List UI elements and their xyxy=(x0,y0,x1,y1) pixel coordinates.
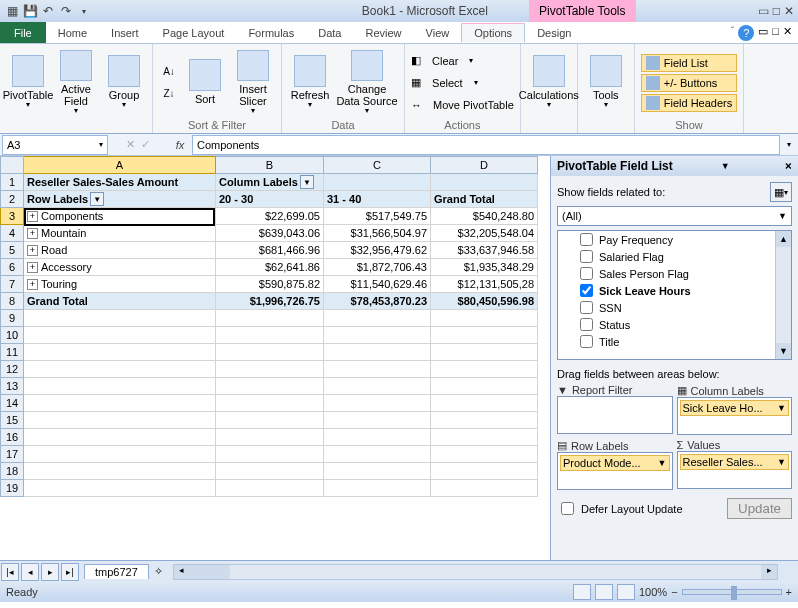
cell[interactable] xyxy=(216,378,324,395)
field-checkbox[interactable] xyxy=(580,233,593,246)
cell[interactable] xyxy=(324,310,431,327)
col-header-b[interactable]: B xyxy=(216,156,324,174)
row-header[interactable]: 6 xyxy=(0,259,24,276)
cell[interactable]: +Road xyxy=(24,242,216,259)
cell[interactable]: $78,453,870.23 xyxy=(324,293,431,310)
tab-nav-first[interactable]: |◂ xyxy=(1,563,19,581)
field-list[interactable]: Pay FrequencySalaried FlagSales Person F… xyxy=(557,230,792,360)
cell[interactable]: $62,641.86 xyxy=(216,259,324,276)
cell[interactable] xyxy=(431,412,538,429)
field-item[interactable]: Sales Person Flag xyxy=(558,265,775,282)
expand-icon[interactable]: + xyxy=(27,245,38,256)
cell[interactable] xyxy=(216,344,324,361)
cell[interactable]: $1,872,706.43 xyxy=(324,259,431,276)
field-item[interactable]: Pay Frequency xyxy=(558,231,775,248)
cell[interactable] xyxy=(431,463,538,480)
tools-button[interactable]: Tools▾ xyxy=(584,50,628,116)
cell[interactable]: Column Labels▼ xyxy=(216,174,324,191)
row-header[interactable]: 18 xyxy=(0,463,24,480)
cell[interactable]: $540,248.80 xyxy=(431,208,538,225)
tab-options[interactable]: Options xyxy=(461,23,525,42)
field-checkbox[interactable] xyxy=(580,284,593,297)
minimize-ribbon-icon[interactable]: ˇ xyxy=(731,25,735,41)
row-header[interactable]: 14 xyxy=(0,395,24,412)
clear-button[interactable]: ◧ Clear ▾ xyxy=(411,51,514,71)
tab-page-layout[interactable]: Page Layout xyxy=(151,24,237,42)
cell[interactable]: +Accessory xyxy=(24,259,216,276)
chip-values[interactable]: Reseller Sales...▼ xyxy=(680,454,790,470)
cell[interactable] xyxy=(24,463,216,480)
cell[interactable] xyxy=(324,344,431,361)
cell[interactable]: Reseller Sales-Sales Amount xyxy=(24,174,216,191)
close-icon[interactable]: ✕ xyxy=(784,4,794,18)
plus-minus-buttons-toggle[interactable]: +/- Buttons xyxy=(641,74,737,92)
pane-close-icon[interactable]: × xyxy=(778,159,792,173)
cell[interactable] xyxy=(431,480,538,497)
cell[interactable] xyxy=(324,480,431,497)
field-list-scrollbar[interactable]: ▲ ▼ xyxy=(775,231,791,359)
tab-review[interactable]: Review xyxy=(353,24,413,42)
cell[interactable]: +Touring xyxy=(24,276,216,293)
cell[interactable] xyxy=(24,480,216,497)
cell[interactable]: Row Labels▼ xyxy=(24,191,216,208)
row-header[interactable]: 5 xyxy=(0,242,24,259)
field-item[interactable]: Title xyxy=(558,333,775,350)
row-header[interactable]: 11 xyxy=(0,344,24,361)
wb-close-icon[interactable]: ✕ xyxy=(783,25,792,41)
row-header[interactable]: 7 xyxy=(0,276,24,293)
minimize-icon[interactable]: ▭ xyxy=(758,4,769,18)
cell[interactable] xyxy=(216,310,324,327)
pivottable-button[interactable]: PivotTable▾ xyxy=(6,50,50,116)
field-item[interactable]: Salaried Flag xyxy=(558,248,775,265)
row-header[interactable]: 10 xyxy=(0,327,24,344)
column-labels-filter[interactable]: ▼ xyxy=(300,175,314,189)
cell[interactable] xyxy=(24,361,216,378)
scroll-up-icon[interactable]: ▲ xyxy=(776,231,791,247)
file-tab[interactable]: File xyxy=(0,22,46,43)
cell[interactable]: $639,043.06 xyxy=(216,225,324,242)
cell[interactable]: Grand Total xyxy=(431,191,538,208)
cell[interactable]: +Mountain xyxy=(24,225,216,242)
cell[interactable] xyxy=(431,344,538,361)
col-header-d[interactable]: D xyxy=(431,156,538,174)
horizontal-scrollbar[interactable]: ◂▸ xyxy=(173,564,778,580)
insert-slicer-button[interactable]: Insert Slicer▾ xyxy=(231,50,275,116)
cell[interactable] xyxy=(431,446,538,463)
cell[interactable]: $33,637,946.58 xyxy=(431,242,538,259)
cell[interactable] xyxy=(24,310,216,327)
col-header-c[interactable]: C xyxy=(324,156,431,174)
report-filter-area[interactable] xyxy=(557,396,673,434)
redo-icon[interactable]: ↷ xyxy=(58,3,74,19)
row-header[interactable]: 16 xyxy=(0,429,24,446)
move-pivottable-button[interactable]: ↔ Move PivotTable xyxy=(411,95,514,115)
field-item[interactable]: Status xyxy=(558,316,775,333)
cell[interactable] xyxy=(431,429,538,446)
change-data-source-button[interactable]: Change Data Source▾ xyxy=(336,50,398,116)
field-checkbox[interactable] xyxy=(580,267,593,280)
tab-nav-next[interactable]: ▸ xyxy=(41,563,59,581)
cell[interactable] xyxy=(324,463,431,480)
tab-view[interactable]: View xyxy=(414,24,462,42)
cell[interactable]: 31 - 40 xyxy=(324,191,431,208)
layout-options-button[interactable]: ▦▾ xyxy=(770,182,792,202)
cell[interactable] xyxy=(431,361,538,378)
expand-formula-bar-icon[interactable]: ▾ xyxy=(780,140,798,149)
calculations-button[interactable]: Calculations▾ xyxy=(527,50,571,116)
field-checkbox[interactable] xyxy=(580,318,593,331)
related-dropdown[interactable]: (All)▼ xyxy=(557,206,792,226)
cell[interactable]: 20 - 30 xyxy=(216,191,324,208)
fx-icon[interactable]: fx xyxy=(168,139,192,151)
row-header[interactable]: 17 xyxy=(0,446,24,463)
qat-dropdown-icon[interactable]: ▾ xyxy=(76,3,92,19)
cell[interactable] xyxy=(24,378,216,395)
cell[interactable]: $1,996,726.75 xyxy=(216,293,324,310)
cell[interactable]: $31,566,504.97 xyxy=(324,225,431,242)
cell[interactable]: $32,205,548.04 xyxy=(431,225,538,242)
defer-checkbox[interactable] xyxy=(561,502,574,515)
row-header[interactable]: 15 xyxy=(0,412,24,429)
sheet-tab[interactable]: tmp6727 xyxy=(84,564,149,579)
column-labels-area[interactable]: Sick Leave Ho...▼ xyxy=(677,397,793,435)
chip-row[interactable]: Product Mode...▼ xyxy=(560,455,670,471)
update-button[interactable]: Update xyxy=(727,498,792,519)
expand-icon[interactable]: + xyxy=(27,262,38,273)
